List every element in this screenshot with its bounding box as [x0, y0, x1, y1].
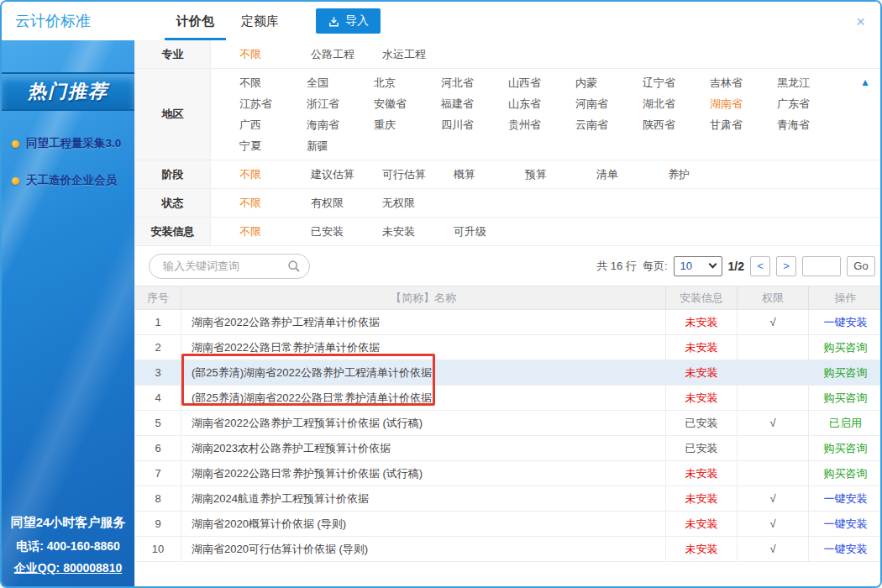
filter-option[interactable]: 河北省 [441, 76, 508, 90]
column-header: 序号 [135, 286, 181, 309]
row-action-link[interactable]: 购买咨询 [809, 335, 882, 360]
row-action-link[interactable]: 购买咨询 [809, 360, 882, 385]
row-action-link[interactable]: 购买咨询 [809, 461, 882, 486]
install-status: 未安装 [666, 335, 738, 360]
table-row[interactable]: 8湖南2024航道养护工程预算计价依据未安装√一键安装 [135, 486, 882, 512]
close-icon[interactable]: × [851, 12, 870, 31]
table-row[interactable]: 6湖南2023农村公路养护工程预算计价依据已安装购买咨询 [135, 436, 882, 461]
filter-option[interactable]: 可行估算 [382, 167, 454, 181]
row-number: 10 [135, 537, 181, 561]
filter-option[interactable]: 预算 [525, 167, 596, 181]
row-name: 湖南省2020概算计价依据 (导则) [181, 512, 666, 536]
row-action-link[interactable]: 一键安装 [809, 512, 882, 536]
filter-option[interactable]: 浙江省 [307, 97, 374, 111]
row-action-link[interactable]: 购买咨询 [809, 436, 882, 460]
permission-check: √ [738, 310, 809, 334]
filter-option[interactable]: 不限 [239, 167, 311, 181]
table-row[interactable]: 5湖南省2022公路养护工程预算计价依据 (试行稿)已安装√已启用 [135, 411, 882, 436]
filter-option[interactable]: 不限 [239, 196, 311, 210]
filter-option[interactable]: 青海省 [777, 118, 844, 132]
filter-option[interactable]: 河南省 [575, 97, 643, 111]
filter-option[interactable]: 不限 [239, 76, 307, 90]
tab-pricing-package[interactable]: 计价包 [163, 2, 228, 40]
row-action-link[interactable]: 已启用 [809, 411, 882, 435]
row-name: 湖南2024航道养护工程预算计价依据 [181, 486, 666, 511]
column-header: 操作 [809, 286, 882, 309]
sidebar-item-label: 同望工程量采集3.0 [26, 136, 121, 151]
search-input[interactable] [161, 259, 287, 273]
filter-option[interactable]: 建议估算 [311, 167, 382, 181]
filter-option[interactable]: 湖北省 [643, 97, 710, 111]
filter-option[interactable]: 无权限 [382, 196, 454, 210]
prev-page-button[interactable]: < [750, 256, 770, 276]
page-size-select[interactable]: 10 [674, 256, 722, 276]
sidebar-item[interactable]: 同望工程量采集3.0 [12, 136, 134, 151]
filter-option[interactable]: 水运工程 [382, 47, 454, 61]
filter-option[interactable]: 安徽省 [374, 97, 441, 111]
keyword-search-box[interactable] [149, 254, 310, 279]
filter-option[interactable]: 福建省 [441, 97, 508, 111]
filter-option[interactable]: 养护 [668, 167, 739, 181]
table-row[interactable]: 10湖南省2020可行估算计价依据 (导则)未安装√一键安装 [135, 537, 882, 562]
filter-option[interactable]: 江苏省 [239, 97, 307, 111]
table-row[interactable]: 4(部25养清)湖南省2022公路日常养护清单计价依据未安装购买咨询 [135, 386, 882, 411]
import-button[interactable]: 导入 [316, 8, 381, 34]
row-number: 1 [135, 310, 181, 334]
filter-option[interactable]: 甘肃省 [710, 118, 777, 132]
filter-option[interactable]: 新疆 [307, 139, 374, 153]
install-status: 未安装 [666, 360, 738, 385]
goto-page-input[interactable] [802, 256, 841, 276]
search-icon[interactable] [287, 260, 301, 273]
filter-option[interactable]: 海南省 [307, 118, 374, 132]
filter-option[interactable]: 内蒙 [575, 76, 643, 90]
tab-quota-library[interactable]: 定额库 [228, 2, 292, 40]
filter-option[interactable]: 辽宁省 [643, 76, 710, 90]
table-row[interactable]: 9湖南省2020概算计价依据 (导则)未安装√一键安装 [135, 512, 882, 537]
filter-option[interactable]: 重庆 [374, 118, 441, 132]
bullet-icon [12, 140, 19, 148]
filter-label: 阶段 [135, 160, 211, 188]
go-button[interactable]: Go [847, 256, 875, 276]
filter-option[interactable]: 四川省 [441, 118, 508, 132]
filter-option[interactable]: 不限 [239, 224, 311, 239]
filter-option[interactable]: 北京 [374, 76, 441, 90]
sidebar-item-label: 天工造价企业会员 [26, 173, 117, 188]
row-action-link[interactable]: 一键安装 [809, 537, 882, 561]
service-phone: 电话: 400-160-8860 [2, 539, 134, 554]
sidebar-item[interactable]: 天工造价企业会员 [12, 173, 134, 188]
column-header: 权限 [738, 286, 809, 309]
collapse-arrow-icon[interactable]: ▲ [860, 76, 870, 88]
filter-option[interactable]: 广东省 [777, 97, 844, 111]
table-row[interactable]: 2湖南省2022公路日常养护清单计价依据未安装购买咨询 [135, 335, 882, 360]
row-action-link[interactable]: 一键安装 [809, 310, 882, 334]
filter-option[interactable]: 不限 [239, 47, 311, 61]
table-row[interactable]: 7湖南省2022公路日常养护预算计价依据 (试行稿)未安装购买咨询 [135, 461, 882, 486]
filter-option[interactable]: 有权限 [311, 196, 382, 210]
filter-option[interactable]: 黑龙江 [777, 76, 844, 90]
filter-option[interactable]: 清单 [596, 167, 668, 181]
filter-option[interactable]: 湖南省 [710, 97, 777, 111]
filter-option[interactable]: 云南省 [575, 118, 643, 132]
filter-option[interactable]: 已安装 [311, 224, 382, 239]
next-page-button[interactable]: > [776, 256, 796, 276]
table-row[interactable]: 3(部25养清)湖南省2022公路养护工程清单计价依据未安装购买咨询 [135, 360, 882, 386]
service-qq[interactable]: 企业QQ: 800008810 [2, 561, 134, 576]
filter-option[interactable]: 概算 [454, 167, 525, 181]
filter-option[interactable]: 宁夏 [239, 139, 307, 153]
row-number: 2 [135, 335, 181, 360]
filter-label: 地区 [135, 69, 211, 160]
filter-option[interactable]: 陕西省 [643, 118, 710, 132]
row-action-link[interactable]: 购买咨询 [809, 386, 882, 410]
filter-option[interactable]: 山西省 [508, 76, 575, 90]
filter-option[interactable]: 广西 [239, 118, 307, 132]
filter-option[interactable]: 可升级 [454, 224, 525, 239]
filter-option[interactable]: 公路工程 [311, 47, 382, 61]
table-row[interactable]: 1湖南省2022公路养护工程清单计价依据未安装√一键安装 [135, 310, 882, 335]
filter-option[interactable]: 全国 [307, 76, 374, 90]
filter-option[interactable]: 未安装 [382, 224, 454, 239]
filter-option[interactable]: 山东省 [508, 97, 575, 111]
row-action-link[interactable]: 一键安装 [809, 486, 882, 511]
filter-option[interactable]: 贵州省 [508, 118, 575, 132]
search-pagination-row: 共 16 行 每页: 10 1/2 < > Go [135, 246, 882, 286]
filter-option[interactable]: 吉林省 [710, 76, 777, 90]
